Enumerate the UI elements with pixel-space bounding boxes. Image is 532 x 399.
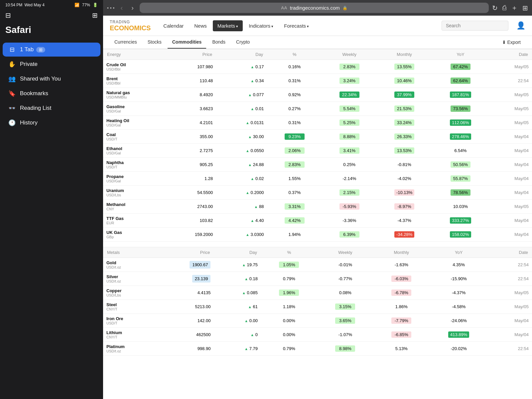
- sidebar-item-reading-list[interactable]: 👓 Reading List: [3, 101, 100, 115]
- commodity-name-cell: Heating Oil USD/Gal: [103, 116, 165, 130]
- weekly-cell: 0.25%: [322, 158, 377, 172]
- table-row[interactable]: Copper USD/Lbs 4.4135 ▲ 0.085 1.96% 0.08…: [103, 286, 532, 300]
- commodity-name: Steel: [106, 302, 152, 307]
- day-value: 0.2000: [251, 190, 264, 195]
- sidebar-item-private[interactable]: ✋ Private: [3, 57, 100, 71]
- table-row[interactable]: Silver USD/t.oz 23.139 ▲ 0.18 0.79% -0.7…: [103, 272, 532, 286]
- monthly-cell: 26.33%: [377, 130, 432, 144]
- yoy-badge: 158.02%: [450, 231, 471, 238]
- commodity-name: Naphtha: [106, 160, 162, 165]
- up-arrow-icon: ▲: [248, 93, 252, 97]
- table-row[interactable]: Brent USD/Bbl 110.48 ▲ 0.34 0.31% 3.24% …: [103, 74, 532, 88]
- sub-nav-commodities[interactable]: Commodities: [168, 36, 206, 49]
- table-row[interactable]: Iron Ore USD/T 142.00 ▲ 0.00 0.00% 3.65%…: [103, 314, 532, 328]
- aa-label[interactable]: AA: [281, 5, 287, 10]
- new-tab-button[interactable]: ⊞: [92, 11, 98, 19]
- commodity-unit: USD/Gal: [106, 123, 162, 127]
- tabs-grid-button[interactable]: ⊞: [522, 4, 528, 12]
- table-row[interactable]: Gold USD/t.oz 1900.67 ▲ 19.75 1.05% -0.0…: [103, 258, 532, 272]
- weekly-badge: -3.36%: [339, 217, 359, 224]
- pct-cell: 0.31%: [267, 116, 322, 130]
- site-search-input[interactable]: [442, 21, 508, 31]
- monthly-cell: 37.99%: [377, 88, 432, 102]
- sidebar-toggle-button[interactable]: ⊟: [5, 11, 11, 19]
- commodity-name: Propane: [106, 174, 162, 179]
- date-cell: May/05: [489, 116, 532, 130]
- tab-count-badge: ⊞: [36, 47, 45, 53]
- commodity-name-cell: Uranium USD/Lbs: [103, 186, 165, 200]
- sidebar-item-bookmarks[interactable]: 🔖 Bookmarks: [3, 87, 100, 100]
- website-content: TRADING ECONOMICS Calendar News Markets …: [103, 16, 532, 399]
- sidebar-item-history[interactable]: 🕐 History: [3, 116, 100, 130]
- table-row[interactable]: Coal USD/T 355.00 ▲ 30.00 9.23% 8.88% 26…: [103, 130, 532, 144]
- export-button[interactable]: ⬇ Export: [497, 37, 525, 48]
- price-cell: 2.7275: [165, 144, 216, 158]
- table-row[interactable]: Platinum USD/t.oz 998.90 ▲ 7.79 0.79% 8.…: [103, 342, 532, 356]
- up-arrow-icon: ▲: [250, 333, 254, 337]
- reading-list-icon: 👓: [8, 104, 16, 112]
- table-row[interactable]: Naphtha USD/T 905.25 ▲ 24.88 2.83% 0.25%…: [103, 158, 532, 172]
- price-value: 107.980: [197, 64, 213, 69]
- table-row[interactable]: TTF Gas EUR 103.82 ▲ 4.40 4.42% -3.36% -…: [103, 214, 532, 228]
- day-cell: ▲ 0.2000: [216, 186, 267, 200]
- commodity-unit: USD/T: [106, 165, 162, 169]
- commodity-name-cell: Iron Ore USD/T: [103, 314, 156, 328]
- nav-markets[interactable]: Markets: [213, 20, 243, 31]
- table-row[interactable]: Natural gas USD/MMBtu 8.4920 ▲ 0.077 0.9…: [103, 88, 532, 102]
- sidebar-item-shared[interactable]: 👥 Shared with You: [3, 72, 100, 86]
- site-nav: Calendar News Markets Indicators Forecas…: [159, 20, 434, 31]
- energy-monthly-header: Monthly: [377, 49, 432, 60]
- monthly-cell: -8.97%: [377, 200, 432, 214]
- nav-news[interactable]: News: [190, 20, 211, 31]
- table-row[interactable]: Lithium CNY/T 462500 ▲ 0 0.00% -1.07% -6…: [103, 328, 532, 342]
- sub-nav-currencies[interactable]: Currencies: [110, 36, 142, 49]
- weekly-badge: 6.39%: [339, 231, 359, 238]
- price-cell: 462500: [156, 328, 214, 342]
- monthly-badge: 33.24%: [394, 119, 414, 126]
- table-row[interactable]: Methanol CNY 2743.00 ▲ 88 3.31% -5.93% -…: [103, 200, 532, 214]
- back-button[interactable]: ‹: [118, 3, 125, 13]
- day-cell: ▲ 0.0131: [216, 116, 267, 130]
- yoy-cell: -4.37%: [430, 286, 488, 300]
- sub-nav-bonds[interactable]: Bonds: [207, 36, 230, 49]
- table-row[interactable]: Gasoline USD/Gal 3.6623 ▲ 0.01 0.27% 5.5…: [103, 102, 532, 116]
- table-row[interactable]: Uranium USD/Lbs 54.5500 ▲ 0.2000 0.37% 2…: [103, 186, 532, 200]
- date-cell: 22:54: [488, 342, 532, 356]
- weekly-badge: 2.15%: [339, 189, 359, 196]
- yoy-badge: 187.81%: [450, 92, 471, 98]
- yoy-cell: 78.56%: [432, 186, 489, 200]
- monthly-cell: 1.86%: [373, 300, 430, 314]
- yoy-cell: 333.27%: [432, 214, 489, 228]
- nav-forecasts[interactable]: Forecasts: [279, 20, 314, 31]
- reload-button[interactable]: ↻: [492, 4, 498, 12]
- forward-button[interactable]: ›: [129, 3, 136, 13]
- nav-indicators[interactable]: Indicators: [244, 20, 278, 31]
- commodity-unit: CNY/T: [106, 335, 152, 339]
- user-icon[interactable]: 👤: [516, 21, 525, 30]
- price-cell: 142.00: [156, 314, 214, 328]
- weekly-cell: 8.88%: [322, 130, 377, 144]
- yoy-cell: -20.02%: [430, 342, 488, 356]
- up-arrow-icon: ▲: [251, 65, 254, 69]
- table-row[interactable]: Ethanol USD/Gal 2.7275 ▲ 0.0550 2.06% 3.…: [103, 144, 532, 158]
- pct-badge: 2.83%: [285, 161, 305, 168]
- sub-nav-crypto[interactable]: Crypto: [231, 36, 254, 49]
- nav-calendar[interactable]: Calendar: [159, 20, 188, 31]
- sub-nav-stocks[interactable]: Stocks: [143, 36, 166, 49]
- browser-actions: ↻ ⎙ ＋ ⊞: [492, 3, 528, 12]
- share-button[interactable]: ⎙: [502, 4, 506, 12]
- tab-count-label: 1 Tab: [20, 46, 34, 53]
- table-row[interactable]: Propane USD/Gal 1.28 ▲ 0.02 1.55% -2.14%…: [103, 172, 532, 186]
- table-row[interactable]: Steel CNY/T 5213.00 ▲ 61 1.18% 3.15% 1.8…: [103, 300, 532, 314]
- address-bar[interactable]: AA tradingeconomics.com 🔒: [140, 3, 489, 13]
- pct-badge: 1.94%: [285, 231, 305, 238]
- new-tab-browser-button[interactable]: ＋: [511, 3, 518, 12]
- monthly-badge: -4.02%: [394, 175, 414, 182]
- price-value: 54.5500: [197, 190, 213, 195]
- sidebar-item-tabs[interactable]: ⊟ 1 Tab ⊞: [3, 43, 100, 57]
- commodity-name: Gasoline: [106, 104, 162, 109]
- table-row[interactable]: UK Gas GBp 159.2000 ▲ 3.0300 1.94% 6.39%…: [103, 228, 532, 242]
- table-row[interactable]: Crude Oil USD/Bbl 107.980 ▲ 0.17 0.16% 2…: [103, 60, 532, 74]
- date-cell: May/04: [489, 186, 532, 200]
- table-row[interactable]: Heating Oil USD/Gal 4.2101 ▲ 0.0131 0.31…: [103, 116, 532, 130]
